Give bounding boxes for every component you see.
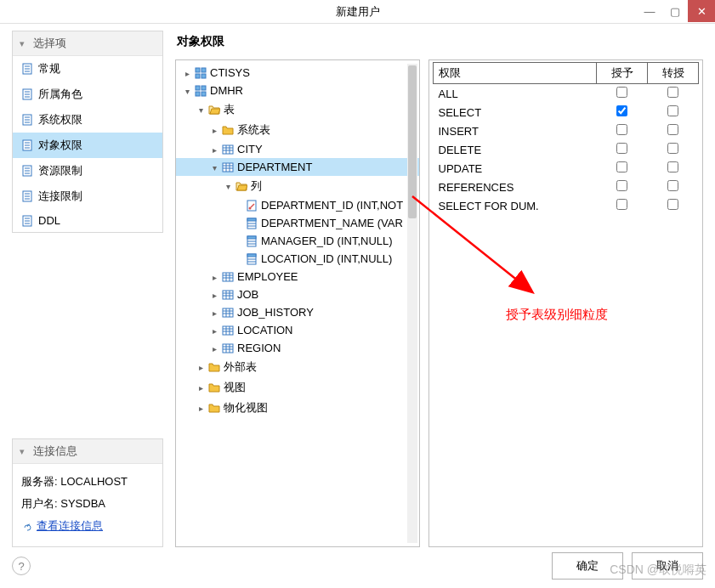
watermark: CSDN @取悦嘚英 <box>610 563 706 578</box>
tree-node-job[interactable]: ▸JOB <box>176 286 419 303</box>
perm-row: UPDATE <box>434 159 699 178</box>
tree-node-ext-tables[interactable]: ▸外部表 <box>176 357 419 377</box>
expander-icon[interactable]: ▸ <box>210 291 218 299</box>
conn-server: 服务器: LOCALHOST <box>21 471 154 493</box>
tree-node-employee[interactable]: ▸EMPLOYEE <box>176 268 419 286</box>
maximize-button[interactable]: ▢ <box>662 0 688 22</box>
nav-label: 系统权限 <box>38 112 82 127</box>
permission-table: 权限 授予 转授 ALL SELECT INSERT DELETE UPDATE… <box>433 62 699 215</box>
perm-name: DELETE <box>434 140 597 159</box>
tree-node-location[interactable]: ▸LOCATION <box>176 321 419 339</box>
chevron-down-icon: ▾ <box>20 446 30 457</box>
expander-icon[interactable]: ▸ <box>196 363 205 371</box>
nav-item-conn-limit[interactable]: 连接限制 <box>13 184 162 209</box>
window-buttons: — ▢ ✕ <box>637 0 715 22</box>
tree-col-loc-id[interactable]: LOCATION_ID (INT,NULL) <box>176 250 419 268</box>
tree-col-dept-id[interactable]: DEPARTMENT_ID (INT,NOT <box>176 196 419 214</box>
window-title: 新建用户 <box>336 4 380 20</box>
nav-label: 对象权限 <box>38 138 82 153</box>
tree-node-cols[interactable]: ▾列 <box>176 176 419 196</box>
perm-grant-checkbox[interactable] <box>616 105 627 116</box>
expander-icon[interactable]: ▸ <box>196 404 205 412</box>
nav-item-ddl[interactable]: DDL <box>13 209 162 232</box>
minimize-button[interactable]: — <box>637 0 662 22</box>
conn-info-link[interactable]: 查看连接信息 <box>21 515 103 537</box>
conn-user: 用户名: SYSDBA <box>21 493 154 515</box>
tree-node-dmhr[interactable]: ▾DMHR <box>176 82 419 99</box>
expander-icon[interactable]: ▸ <box>210 344 218 353</box>
tree-node-department[interactable]: ▾DEPARTMENT <box>176 158 419 176</box>
nav-item-obj-priv[interactable]: 对象权限 <box>13 133 162 158</box>
nav-item-sys-priv[interactable]: 系统权限 <box>13 107 162 133</box>
tree-node-region[interactable]: ▸REGION <box>176 339 419 357</box>
expander-icon[interactable]: ▸ <box>210 145 218 154</box>
permission-panel: 权限 授予 转授 ALL SELECT INSERT DELETE UPDATE… <box>428 59 703 547</box>
perm-col-grant: 授予 <box>597 63 648 84</box>
section-title: 对象权限 <box>175 31 703 59</box>
perm-trans-checkbox[interactable] <box>667 105 678 116</box>
expander-icon[interactable]: ▾ <box>224 182 232 190</box>
perm-trans-checkbox[interactable] <box>667 161 678 172</box>
perm-name: SELECT FOR DUM. <box>434 196 597 215</box>
perm-trans-checkbox[interactable] <box>667 87 678 98</box>
perm-row: INSERT <box>434 122 699 140</box>
perm-row: SELECT FOR DUM. <box>434 196 699 215</box>
perm-trans-checkbox[interactable] <box>667 199 678 210</box>
expander-icon[interactable]: ▸ <box>210 326 218 335</box>
annotation-text: 授予表级别细粒度 <box>506 307 608 323</box>
perm-row: REFERENCES <box>434 178 699 196</box>
expander-icon[interactable]: ▾ <box>196 105 205 114</box>
scrollbar-thumb[interactable] <box>408 65 417 218</box>
perm-trans-checkbox[interactable] <box>667 124 678 135</box>
options-title: 选择项 <box>33 36 66 51</box>
perm-grant-checkbox[interactable] <box>616 143 627 154</box>
conn-header[interactable]: ▾ 连接信息 <box>13 439 162 464</box>
perm-trans-checkbox[interactable] <box>667 180 678 191</box>
tree-node-ctisys[interactable]: ▸CTISYS <box>176 64 419 82</box>
tree-col-dept-name[interactable]: DEPARTMENT_NAME (VAR <box>176 214 419 232</box>
nav-label: 连接限制 <box>38 189 82 204</box>
tree-node-views[interactable]: ▸视图 <box>176 377 419 398</box>
perm-trans-checkbox[interactable] <box>667 143 678 154</box>
object-tree[interactable]: ▸CTISYS ▾DMHR ▾表 ▸系统表 ▸CITY ▾DEPARTMENT … <box>175 59 420 547</box>
perm-grant-checkbox[interactable] <box>616 124 627 135</box>
tree-node-job-history[interactable]: ▸JOB_HISTORY <box>176 303 419 321</box>
tree-node-mat-views[interactable]: ▸物化视图 <box>176 398 419 418</box>
tree-node-tables[interactable]: ▾表 <box>176 99 419 120</box>
nav-label: 所属角色 <box>38 87 82 102</box>
conn-title: 连接信息 <box>33 444 77 459</box>
nav-label: DDL <box>38 214 60 227</box>
perm-grant-checkbox[interactable] <box>616 161 627 172</box>
perm-row: ALL <box>434 84 699 104</box>
perm-name: SELECT <box>434 103 597 122</box>
expander-icon[interactable]: ▾ <box>183 87 191 95</box>
tree-col-mgr-id[interactable]: MANAGER_ID (INT,NULL) <box>176 232 419 250</box>
expander-icon[interactable]: ▸ <box>183 69 191 77</box>
nav-item-roles[interactable]: 所属角色 <box>13 82 162 107</box>
close-button[interactable]: ✕ <box>688 0 715 22</box>
expander-icon[interactable]: ▸ <box>210 308 218 317</box>
nav-item-resource[interactable]: 资源限制 <box>13 158 162 184</box>
tree-node-city[interactable]: ▸CITY <box>176 140 419 158</box>
expander-icon[interactable]: ▸ <box>210 126 218 134</box>
expander-icon[interactable]: ▸ <box>196 383 205 392</box>
expander-icon[interactable]: ▾ <box>210 163 218 172</box>
tree-scrollbar[interactable] <box>407 64 417 543</box>
nav-label: 常规 <box>38 61 60 76</box>
tree-node-systables[interactable]: ▸系统表 <box>176 120 419 140</box>
perm-grant-checkbox[interactable] <box>616 87 627 98</box>
perm-col-trans: 转授 <box>648 63 699 84</box>
perm-name: UPDATE <box>434 159 597 178</box>
options-panel: ▾ 选择项 常规 所属角色 系统权限 对象权限 资源限制 连接限制 DDL <box>12 31 163 233</box>
expander-icon[interactable]: ▸ <box>210 273 218 281</box>
nav-item-general[interactable]: 常规 <box>13 56 162 82</box>
options-header[interactable]: ▾ 选择项 <box>13 31 162 56</box>
nav-label: 资源限制 <box>38 163 82 178</box>
perm-grant-checkbox[interactable] <box>616 180 627 191</box>
help-button[interactable]: ? <box>12 557 31 575</box>
conn-panel: ▾ 连接信息 服务器: LOCALHOST 用户名: SYSDBA 查看连接信息 <box>12 438 163 547</box>
perm-grant-checkbox[interactable] <box>616 199 627 210</box>
chevron-down-icon: ▾ <box>20 38 30 49</box>
titlebar: 新建用户 — ▢ ✕ <box>0 0 715 24</box>
perm-name: REFERENCES <box>434 178 597 196</box>
